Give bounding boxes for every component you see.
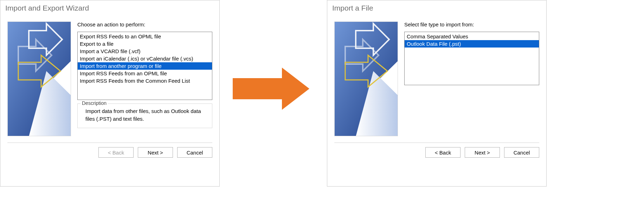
list-item[interactable]: Export to a file — [78, 40, 212, 48]
action-prompt-label: Choose an action to perform: — [77, 21, 212, 27]
cancel-button[interactable]: Cancel — [504, 147, 539, 158]
import-export-wizard-dialog: Import and Export Wizard — [0, 0, 220, 187]
button-row: < Back Next > Cancel — [327, 143, 546, 163]
description-group: Description Import data from other files… — [77, 103, 212, 128]
cancel-button[interactable]: Cancel — [177, 147, 212, 158]
list-item[interactable]: Import RSS Feeds from the Common Feed Li… — [78, 77, 212, 84]
back-button[interactable]: < Back — [425, 147, 461, 158]
next-button[interactable]: Next > — [138, 147, 173, 158]
back-button: < Back — [98, 147, 134, 158]
action-listbox[interactable]: Export RSS Feeds to an OPML fileExport t… — [77, 32, 212, 100]
list-item[interactable]: Import from another program or file — [78, 62, 212, 70]
dialog-title: Import a File — [327, 0, 546, 21]
list-item[interactable]: Import a VCARD file (.vcf) — [78, 48, 212, 55]
next-button[interactable]: Next > — [465, 147, 500, 158]
wizard-illustration — [334, 21, 398, 136]
description-legend: Description — [80, 100, 108, 106]
import-file-dialog: Import a File — [327, 0, 547, 187]
list-item[interactable]: Export RSS Feeds to an OPML file — [78, 33, 212, 40]
list-item[interactable]: Comma Separated Values — [405, 33, 539, 40]
list-item[interactable]: Import RSS Feeds from an OPML file — [78, 70, 212, 77]
filetype-prompt-label: Select file type to import from: — [404, 21, 539, 27]
wizard-illustration — [7, 21, 71, 136]
filetype-listbox[interactable]: Comma Separated ValuesOutlook Data File … — [404, 32, 539, 85]
flow-arrow-icon — [233, 68, 309, 110]
button-row: < Back Next > Cancel — [0, 143, 219, 163]
dialog-title: Import and Export Wizard — [0, 0, 219, 21]
list-item[interactable]: Import an iCalendar (.ics) or vCalendar … — [78, 55, 212, 62]
list-item[interactable]: Outlook Data File (.pst) — [405, 40, 539, 48]
description-text: Import data from other files, such as Ou… — [82, 107, 208, 123]
